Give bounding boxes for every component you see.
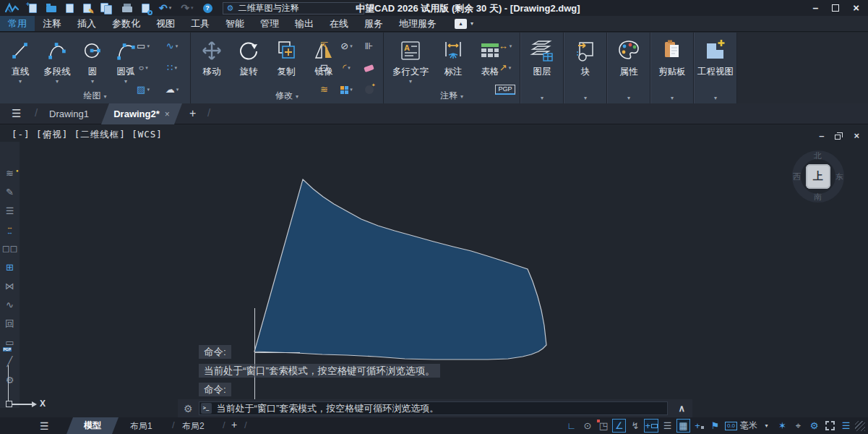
- viewport-tools-icon[interactable]: 回: [1, 318, 19, 329]
- resize-grip[interactable]: [855, 421, 865, 431]
- fullscreen-icon[interactable]: [823, 419, 837, 433]
- trim-tool[interactable]: ⊘▾: [335, 35, 358, 57]
- layer-tools-icon[interactable]: ≋●: [1, 168, 19, 179]
- scale-tool[interactable]: ⊡: [313, 57, 335, 79]
- clipboard-panel-caret[interactable]: ▾: [651, 95, 693, 101]
- panel-block[interactable]: 块 ▾: [564, 33, 607, 103]
- tab-view[interactable]: 视图: [148, 16, 183, 31]
- ellipse-tool[interactable]: ○▾: [129, 57, 158, 79]
- redo-button[interactable]: ↷▾: [181, 3, 193, 13]
- command-input[interactable]: >_ 当前处于“窗口”套索模式，按空格键可循环浏览选项。: [199, 401, 669, 415]
- layers-panel-caret[interactable]: ▾: [521, 95, 563, 101]
- leader-tool[interactable]: ↗▾: [492, 57, 518, 79]
- panel-layers[interactable]: 图层 ▾: [520, 33, 564, 103]
- properties-panel-caret[interactable]: ▾: [608, 95, 650, 101]
- preview-button[interactable]: [142, 4, 150, 13]
- tab-output[interactable]: 输出: [287, 16, 322, 31]
- compass-top-button[interactable]: 上: [806, 164, 830, 189]
- save-button[interactable]: [66, 4, 74, 13]
- close-tab-icon[interactable]: ×: [165, 109, 170, 119]
- object-snap-toggle[interactable]: ◳: [596, 419, 610, 433]
- save-as-button[interactable]: ✎: [83, 4, 91, 13]
- copy-tools-icon[interactable]: ⊞: [1, 262, 19, 273]
- point-tool[interactable]: ∷▾: [158, 57, 186, 79]
- new-layout-button[interactable]: +: [231, 419, 237, 430]
- tab-smart[interactable]: 智能: [218, 16, 252, 31]
- fillet-tool[interactable]: ◜▾: [335, 57, 358, 79]
- linear-dimension-tool[interactable]: ↔▾: [492, 35, 518, 57]
- compass-south[interactable]: 南: [814, 192, 822, 203]
- draw-panel-footer[interactable]: 绘图▾: [0, 90, 190, 102]
- coordinates-display[interactable]: 0.0: [724, 419, 738, 433]
- tab-home[interactable]: 常用: [0, 16, 35, 31]
- rotate-button[interactable]: 旋转: [230, 33, 267, 77]
- panel-engineering-view[interactable]: 工程视图 ▾: [694, 33, 737, 103]
- command-history-expand-icon[interactable]: ∧: [678, 403, 685, 414]
- statusbar-gear-icon[interactable]: ⚙: [807, 419, 821, 433]
- annotate-panel-footer[interactable]: 注释▾: [384, 90, 520, 102]
- new-drawing-button[interactable]: +: [189, 107, 196, 120]
- ribbon-options-caret[interactable]: ▾: [470, 20, 473, 27]
- mtext-button[interactable]: A 多行文字▾: [387, 33, 434, 85]
- mdi-restore-button[interactable]: [835, 132, 843, 140]
- minimize-button[interactable]: –: [812, 4, 818, 12]
- viewport-controls-label[interactable]: [-] [俯视] [二维线框] [WCS]: [12, 129, 163, 141]
- dimension-button[interactable]: 标注: [434, 33, 472, 85]
- tab-insert[interactable]: 插入: [69, 16, 104, 31]
- tab-annotate[interactable]: 注释: [35, 16, 69, 31]
- object-tracking-toggle[interactable]: ↯: [628, 419, 642, 433]
- circle-button[interactable]: 圆▾: [77, 33, 108, 85]
- align-tool[interactable]: ⊪: [358, 35, 380, 57]
- draw-edit-icon[interactable]: ✎: [1, 187, 19, 197]
- mdi-close-button[interactable]: ×: [854, 130, 859, 141]
- snap-angle-toggle[interactable]: ∠: [612, 419, 626, 433]
- undo-button[interactable]: ↶▾: [159, 3, 171, 13]
- stretch-tool[interactable]: ⇱: [313, 35, 335, 57]
- open-file-button[interactable]: [46, 4, 56, 12]
- layout1-tab[interactable]: 布局1: [130, 420, 152, 433]
- doctab-drawing1[interactable]: Drawing1: [45, 109, 93, 119]
- ortho-toggle[interactable]: ∟: [564, 419, 578, 433]
- move-button[interactable]: 移动: [194, 33, 230, 77]
- panel-properties[interactable]: 属性 ▾: [607, 33, 650, 103]
- panel-clipboard[interactable]: 剪贴板 ▾: [650, 33, 694, 103]
- statusbar-menu-icon[interactable]: ☰: [40, 420, 49, 432]
- annotation-flag-toggle[interactable]: ⚑: [708, 419, 722, 433]
- modify-panel-footer[interactable]: 修改▾: [191, 90, 383, 102]
- new-file-button[interactable]: +: [29, 4, 37, 13]
- document-menu-icon[interactable]: ☰: [12, 108, 21, 119]
- mdi-minimize-button[interactable]: –: [819, 133, 824, 139]
- layout2-tab[interactable]: 布局2: [182, 420, 205, 433]
- drawing-canvas[interactable]: [-] [俯视] [二维线框] [WCS] – × 北 南 西 东 上 ≋● ✎…: [0, 124, 868, 417]
- print-button[interactable]: [122, 4, 132, 12]
- spline-tool[interactable]: ∿▾: [158, 35, 186, 57]
- help-button[interactable]: ?: [203, 4, 212, 13]
- block-panel-caret[interactable]: ▾: [564, 95, 606, 101]
- numbered-list-icon[interactable]: ☰: [1, 205, 19, 216]
- units-label[interactable]: 毫米: [740, 419, 757, 433]
- tab-geo-services[interactable]: 地理服务: [391, 16, 444, 31]
- engineering-view-panel-caret[interactable]: ▾: [695, 95, 736, 101]
- units-dropdown-icon[interactable]: ▾: [760, 419, 773, 433]
- polar-tracking-toggle[interactable]: ⊙: [580, 419, 594, 433]
- tab-tools[interactable]: 工具: [183, 16, 218, 31]
- compass-north[interactable]: 北: [814, 150, 822, 161]
- copy-button[interactable]: [100, 3, 113, 14]
- line-button[interactable]: 直线▾: [3, 33, 38, 85]
- ribbon-collapse-button[interactable]: ▴: [455, 19, 467, 29]
- smart-tools-icon[interactable]: ✶: [775, 419, 789, 433]
- dimension-tools-icon[interactable]: ↔↔: [1, 224, 19, 235]
- command-settings-icon[interactable]: ⚙: [184, 403, 193, 414]
- block-insert-toggle[interactable]: +: [692, 419, 706, 433]
- tab-manage[interactable]: 管理: [252, 16, 287, 31]
- erase-tool[interactable]: [358, 57, 380, 79]
- polyline-tools-icon[interactable]: ∿: [1, 299, 19, 310]
- copy-object-button[interactable]: 复制: [267, 33, 305, 77]
- settings-gear-icon[interactable]: ⚙: [1, 375, 19, 386]
- doctab-drawing2-active[interactable]: Drawing2* ×: [101, 103, 182, 124]
- rectangle-tool[interactable]: ▭▾: [129, 35, 158, 57]
- tab-online[interactable]: 在线: [322, 16, 356, 31]
- dynamic-input-toggle[interactable]: +: [644, 419, 658, 433]
- polyline-button[interactable]: 多段线▾: [38, 33, 77, 85]
- close-button[interactable]: ×: [853, 3, 859, 13]
